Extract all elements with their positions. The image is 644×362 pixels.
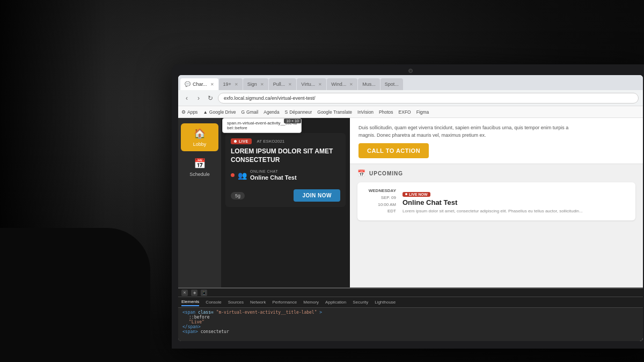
bookmark-invision[interactable]: InVision [357,109,374,115]
bookmark-agenda[interactable]: Agenda [264,109,279,115]
code-line-4: </span> [182,324,639,329]
devtools-tab-network[interactable]: Network [250,299,266,306]
agenda-label: Agenda [264,109,279,115]
devtools-tab-elements[interactable]: Elements [181,298,199,306]
event-timezone: EDT [364,208,396,215]
bookmark-exfo[interactable]: EXFO [399,109,411,115]
bookmark-translate[interactable]: Google Translate [317,109,352,115]
devtools-close[interactable]: ✕ [181,290,188,296]
join-now-button[interactable]: JOIN NOW [294,189,340,202]
translate-label: Google Translate [317,109,352,115]
devtools-toolbar: ✕ ◈ 📱 [178,289,643,297]
depanneur-label: Dépanneur [289,109,312,115]
chat-name: Online Chat Test [250,174,297,181]
drive-icon: ▲ [203,109,207,115]
right-top-section: Duis sollicitudin, quam eget viverra tin… [350,118,643,164]
sidebar-item-schedule[interactable]: 📅 Schedule [181,153,218,181]
live-badge: LIVE [231,138,252,144]
tab-4-close[interactable]: ✕ [288,82,292,87]
browser-window: 💬 Char... ✕ 19+ ✕ Sign ✕ Pull... ✕ Vi [178,75,643,341]
bookmark-apps[interactable]: ⚙ Apps [181,109,197,115]
devtools-tab-performance[interactable]: Performance [272,299,297,306]
tab-4[interactable]: Pull... ✕ [269,78,297,90]
bookmark-bar: ⚙ Apps ▲ Google Drive G Gmail Agenda S D… [178,106,643,118]
sidebar-lobby-label: Lobby [193,142,207,147]
code-line-1: <span class= "m-virtual-event-activity__… [182,310,639,315]
bookmark-depanneur[interactable]: S Dépanneur [285,109,312,115]
bookmark-drive[interactable]: ▲ Google Drive [203,109,236,115]
apps-label: Apps [187,109,197,115]
address-bar: ‹ › ↻ exfo.local.sigmund.ca/en/virtual-e… [178,90,643,106]
devtools-panel: ✕ ◈ 📱 Elements Console Sources Network P… [178,287,643,341]
devtools-mobile[interactable]: 📱 [201,290,207,296]
tab-2-close[interactable]: ✕ [235,82,238,87]
page-description: Duis sollicitudin, quam eget viverra tin… [358,124,573,139]
upcoming-event-row[interactable]: WEDNESDAY SEP. 09 10:00 AM EDT LIVE NOW [357,182,635,220]
tab-active[interactable]: 💬 Char... ✕ [180,78,218,90]
bookmark-gmail[interactable]: G Gmail [241,109,258,115]
tab-8-label: Spot... [385,82,399,87]
tooltip-badge: 10 × 10 [284,119,301,123]
bookmark-photos[interactable]: Photos [379,109,393,115]
devtools-inspect[interactable]: ◈ [191,290,197,296]
screen-bezel: 💬 Char... ✕ 19+ ✕ Sign ✕ Pull... ✕ Vi [178,75,643,341]
online-chat-section: 👥 ONLINE CHAT Online Chat Test [231,169,340,181]
depanneur-icon: S [285,109,288,115]
tooltip-line2: bel::before [227,125,247,130]
devtools-tab-console[interactable]: Console [206,299,221,306]
tab-5[interactable]: Virtu... ✕ [297,78,326,90]
code-line-5: <span> consectetur [182,329,639,334]
figma-label: Figma [416,109,429,115]
bookmark-figma[interactable]: Figma [416,109,429,115]
tab-close-icon[interactable]: ✕ [210,82,214,87]
event-day-name: WEDNESDAY [364,188,396,195]
tab-4-label: Pull... [273,82,286,87]
event-row-title: Online Chat Test [402,198,629,206]
gmail-icon: G [241,109,245,115]
sidebar-item-lobby[interactable]: 🏠 Lobby [181,123,218,151]
event-time: 10:00 AM [364,202,396,209]
sidebar-schedule-label: Schedule [189,172,210,177]
tab-6-close[interactable]: ✕ [349,82,353,87]
tab-7[interactable]: Mus... [358,78,380,90]
tag-5g: 5g [231,192,245,200]
tab-5-label: Virtu... [301,82,315,87]
call-to-action-button[interactable]: CALL TO ACTION [358,143,429,158]
event-month: SEP. 09 [364,195,396,202]
gmail-label: Gmail [246,109,258,115]
event-row-description: Lorem ipsum dolor sit amet, consectetur … [402,208,629,214]
online-chat-label: ONLINE CHAT [250,169,297,173]
devtools-tab-sources[interactable]: Sources [228,299,244,306]
event-date: WEDNESDAY SEP. 09 10:00 AM EDT [364,188,396,215]
devtools-tab-security[interactable]: Security [353,299,368,306]
invision-label: InVision [357,109,374,115]
live-label: LIVE [239,139,248,143]
devtools-tab-lighthouse[interactable]: Lighthouse [375,299,396,306]
tab-3-close[interactable]: ✕ [260,82,264,87]
devtools-tab-application[interactable]: Application [325,299,346,306]
tab-6-label: Wind... [331,82,346,87]
event-title: LOREM IPSUM DOLOR SIT AMET CONSECTETUR [231,147,340,164]
forward-button[interactable]: › [194,94,203,102]
tab-3[interactable]: Sign ✕ [243,78,268,90]
url-bar[interactable]: exfo.local.sigmund.ca/en/virtual-event-t… [218,93,639,104]
event-card: LIVE AT ESKO2021 LOREM IPSUM DOLOR SIT A… [225,133,346,207]
tab-5-close[interactable]: ✕ [318,82,322,87]
tab-2[interactable]: 19+ ✕ [219,78,243,90]
tab-6[interactable]: Wind... ✕ [327,78,357,90]
reload-button[interactable]: ↻ [206,94,215,102]
photos-label: Photos [379,109,393,115]
tab-8[interactable]: Spot... [380,78,403,90]
url-text: exfo.local.sigmund.ca/en/virtual-event-t… [224,95,316,101]
online-indicator [231,173,235,177]
tab-favicon: 💬 [185,82,191,87]
live-now-dot [405,193,407,195]
webcam [408,69,413,73]
devtools-tab-memory[interactable]: Memory [303,299,319,306]
tab-3-label: Sign [247,82,257,87]
calendar-icon: 📅 [194,158,206,169]
back-button[interactable]: ‹ [182,94,191,102]
code-line-3: "Live" [182,320,639,324]
upcoming-label: UPCOMING [369,171,403,176]
at-label: AT ESKO2021 [257,139,285,144]
